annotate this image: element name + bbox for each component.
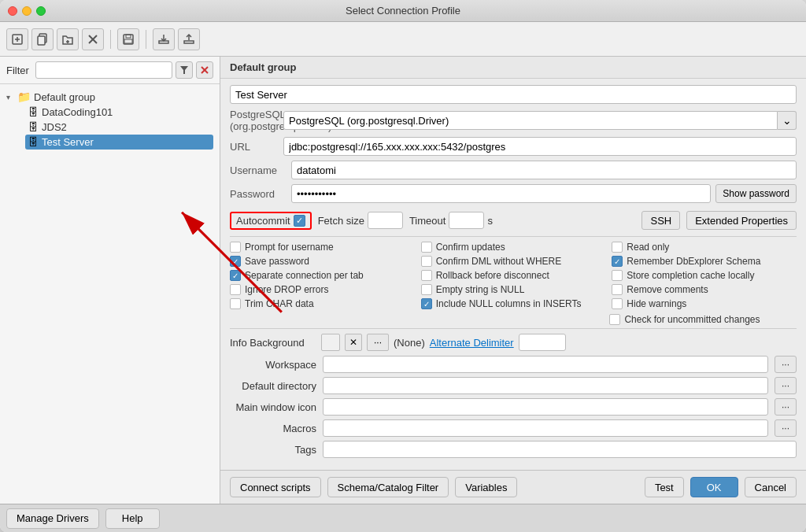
close-button[interactable] xyxy=(8,6,17,16)
bottom-bar: Connect scripts Schema/Catalog Filter Va… xyxy=(220,470,806,504)
timeout-input[interactable] xyxy=(449,212,484,229)
workspace-input[interactable] xyxy=(323,356,768,373)
check-label-confirm-updates: Confirm updates xyxy=(436,242,505,253)
info-bg-color[interactable] xyxy=(321,334,340,351)
checkbox-hide-warnings[interactable] xyxy=(612,298,623,309)
autocommit-label: Autocommit xyxy=(236,215,290,227)
new-connection-button[interactable] xyxy=(6,28,28,50)
info-bg-clear-button[interactable]: ✕ xyxy=(345,334,362,351)
ssh-button[interactable]: SSH xyxy=(641,211,680,230)
timeout-unit: s xyxy=(487,215,493,227)
username-label: Username xyxy=(230,164,285,176)
checkbox-uncommitted[interactable] xyxy=(609,314,620,325)
cancel-button[interactable]: Cancel xyxy=(745,477,797,497)
checkbox-confirm-updates[interactable] xyxy=(421,242,432,253)
connect-scripts-button[interactable]: Connect scripts xyxy=(230,477,321,497)
check-confirm-updates: Confirm updates xyxy=(421,242,606,253)
checkbox-rollback[interactable] xyxy=(421,270,432,281)
group-header: Default group xyxy=(220,57,806,79)
workspace-browse-button[interactable]: ··· xyxy=(775,356,797,373)
schema-catalog-filter-button[interactable]: Schema/Catalog Filter xyxy=(327,477,449,497)
autocommit-checkbox[interactable]: ✓ xyxy=(294,215,305,227)
driver-select[interactable]: PostgreSQL (org.postgresql.Driver) xyxy=(283,111,778,130)
maximize-button[interactable] xyxy=(36,6,46,16)
checkbox-separate-connection[interactable]: ✓ xyxy=(230,270,241,281)
help-button[interactable]: Help xyxy=(105,508,160,529)
test-button[interactable]: Test xyxy=(645,477,684,497)
main-window-icon-browse-button[interactable]: ··· xyxy=(775,398,797,416)
default-group: ▾ 📁 Default group 🗄 DataCoding101 🗄 JDS2 xyxy=(0,87,220,151)
add-folder-button[interactable] xyxy=(57,28,79,50)
checkbox-remember-schema[interactable]: ✓ xyxy=(612,256,623,267)
checkbox-store-cache[interactable] xyxy=(612,270,623,281)
clear-filter-button[interactable] xyxy=(196,61,213,79)
form-area: PostgreSQL (org.postgresql.Driver) Postg… xyxy=(220,79,806,470)
url-input[interactable] xyxy=(283,137,797,156)
connection-name-input[interactable] xyxy=(230,85,797,104)
bottom-left-buttons: Connect scripts Schema/Catalog Filter Va… xyxy=(230,477,517,497)
export-button[interactable] xyxy=(178,28,200,50)
variables-button[interactable]: Variables xyxy=(455,477,517,497)
timeout-label: Timeout xyxy=(409,215,446,227)
none-label: (None) xyxy=(394,337,425,349)
check-read-only: Read only xyxy=(612,242,797,253)
main-window-icon-label: Main window icon xyxy=(230,401,316,413)
macros-browse-button[interactable]: ··· xyxy=(775,419,797,437)
check-label-include-null: Include NULL columns in INSERTs xyxy=(436,298,582,309)
delete-button[interactable] xyxy=(82,28,104,50)
main-window-icon-input[interactable] xyxy=(323,398,768,416)
checkbox-trim-char[interactable] xyxy=(230,298,241,309)
username-input[interactable] xyxy=(291,161,797,179)
manage-drivers-button[interactable]: Manage Drivers xyxy=(6,508,99,529)
check-confirm-dml: Confirm DML without WHERE xyxy=(421,256,606,267)
show-password-button[interactable]: Show password xyxy=(715,184,797,203)
copy-button[interactable] xyxy=(31,28,54,50)
save-button[interactable] xyxy=(117,28,139,50)
check-hide-warnings: Hide warnings xyxy=(612,298,797,309)
default-directory-input[interactable] xyxy=(323,377,768,394)
tree: ▾ 📁 Default group 🗄 DataCoding101 🗄 JDS2 xyxy=(0,84,220,504)
checkbox-include-null[interactable]: ✓ xyxy=(421,298,432,309)
timeout-section: Timeout s xyxy=(409,212,493,229)
filter-input[interactable] xyxy=(35,61,172,79)
tree-item-test-server[interactable]: 🗄 Test Server xyxy=(25,135,213,150)
import-button[interactable] xyxy=(153,28,175,50)
ok-button[interactable]: OK xyxy=(690,477,738,497)
filter-button[interactable] xyxy=(176,61,193,79)
options-row: Autocommit ✓ Fetch size Timeout s SSH xyxy=(230,208,797,233)
tree-item-datacoding101[interactable]: 🗄 DataCoding101 xyxy=(25,105,213,120)
divider-2 xyxy=(230,328,797,329)
minimize-button[interactable] xyxy=(22,6,31,16)
checkbox-save-password[interactable]: ✓ xyxy=(230,256,241,267)
macros-input[interactable] xyxy=(323,419,768,437)
checkbox-confirm-dml[interactable] xyxy=(421,256,432,267)
right-panel: Default group PostgreSQL (org.postgresql… xyxy=(220,57,806,504)
driver-dropdown-arrow[interactable]: ⌄ xyxy=(778,111,797,130)
tags-input[interactable] xyxy=(323,441,797,458)
checkbox-remove-comments[interactable] xyxy=(612,284,623,295)
traffic-lights xyxy=(8,6,46,16)
checkbox-ignore-drop[interactable] xyxy=(230,284,241,295)
toolbar xyxy=(0,22,806,57)
check-empty-string: Empty string is NULL xyxy=(421,284,606,295)
info-bg-more-button[interactable]: ··· xyxy=(367,334,389,351)
checkbox-prompt-username[interactable] xyxy=(230,242,241,253)
alternate-delimiter-link[interactable]: Alternate Delimiter xyxy=(430,337,514,349)
fetch-size-input[interactable] xyxy=(368,212,403,229)
password-field-row: Show password xyxy=(291,184,797,203)
tree-item-jds2[interactable]: 🗄 JDS2 xyxy=(25,120,213,135)
alternate-delimiter-input[interactable] xyxy=(519,334,566,351)
main-window-icon-row: Main window icon ··· xyxy=(230,398,797,416)
password-input[interactable] xyxy=(291,184,711,203)
tags-row: Tags xyxy=(230,441,797,458)
check-label-separate-connection: Separate connection per tab xyxy=(245,270,364,281)
checkbox-empty-string[interactable] xyxy=(421,284,432,295)
db-icon: 🗄 xyxy=(28,106,39,118)
checkbox-read-only[interactable] xyxy=(612,242,623,253)
tree-group-header[interactable]: ▾ 📁 Default group xyxy=(6,89,213,105)
extended-properties-button[interactable]: Extended Properties xyxy=(686,211,797,230)
check-label-remove-comments: Remove comments xyxy=(627,284,708,295)
connection-name-row xyxy=(230,85,797,104)
svg-marker-16 xyxy=(180,66,188,74)
default-directory-browse-button[interactable]: ··· xyxy=(775,377,797,394)
